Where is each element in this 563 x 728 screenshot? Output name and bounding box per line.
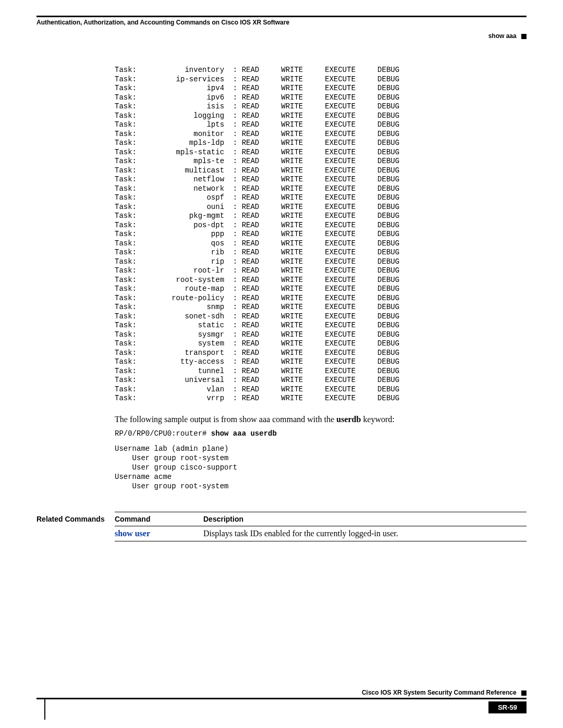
command-line: RP/0/RP0/CPU0:router# show aaa userdb xyxy=(115,429,527,438)
footer-title-text: Cisco IOS XR System Security Command Ref… xyxy=(362,689,517,696)
intro-paragraph: The following sample output is from show… xyxy=(115,415,527,424)
related-commands-label: Related Commands xyxy=(36,512,115,541)
related-header-command: Command xyxy=(115,512,203,526)
chapter-title: Authentication, Authorization, and Accou… xyxy=(36,16,527,26)
footer-square-icon xyxy=(521,690,527,696)
intro-post: keyword: xyxy=(361,415,394,424)
footer-left-rule xyxy=(44,698,45,720)
intro-pre: The following sample output is from show… xyxy=(115,415,336,424)
related-command-link[interactable]: show user xyxy=(115,526,203,541)
footer-doc-title: Cisco IOS XR System Security Command Ref… xyxy=(36,689,527,699)
page-number: SR-59 xyxy=(488,701,527,713)
table-row: show user Displays task IDs enabled for … xyxy=(115,526,527,541)
related-commands-table: Command Description show user Displays t… xyxy=(115,512,527,541)
task-table: Task: inventory : READ WRITE EXECUTE DEB… xyxy=(115,66,527,403)
header-square-icon xyxy=(521,34,527,39)
section-title-text: show aaa xyxy=(488,32,517,40)
command: show aaa userdb xyxy=(211,429,277,438)
intro-bold: userdb xyxy=(336,415,361,424)
section-title: show aaa xyxy=(36,32,527,40)
command-output: Username lab (admin plane) User group ro… xyxy=(115,444,527,491)
prompt: RP/0/RP0/CPU0:router# xyxy=(115,429,211,438)
related-command-desc: Displays task IDs enabled for the curren… xyxy=(203,526,527,541)
related-header-description: Description xyxy=(203,512,527,526)
